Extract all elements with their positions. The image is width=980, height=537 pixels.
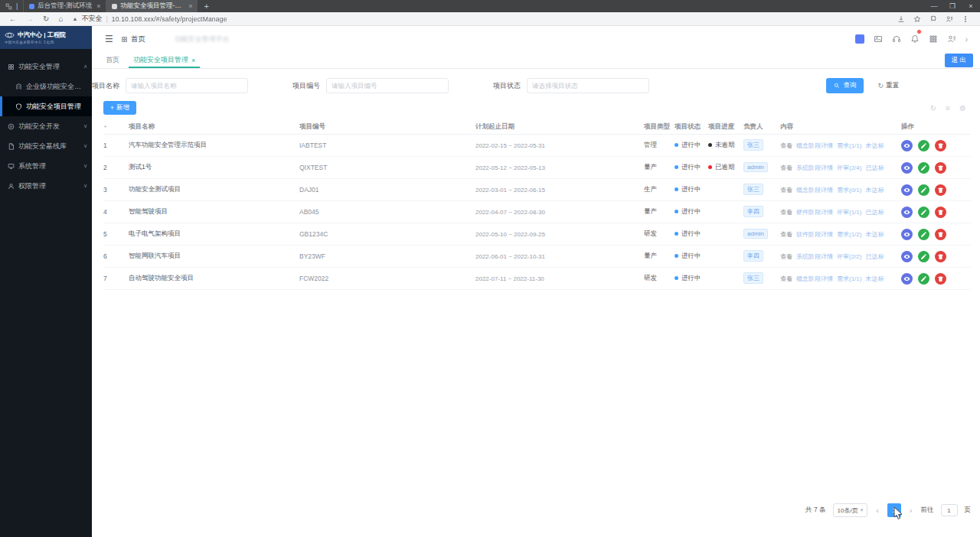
content-link[interactable]: 已达标: [865, 208, 884, 216]
new-tab-button[interactable]: +: [198, 2, 214, 11]
goto-page-input[interactable]: [941, 504, 958, 516]
tab-home[interactable]: 首页: [92, 55, 129, 65]
close-icon[interactable]: ×: [191, 57, 195, 64]
project-name: 智能网联汽车项目: [129, 252, 299, 261]
delete-button[interactable]: [935, 184, 946, 196]
sidebar-item-2[interactable]: 企业级功能安全管理: [0, 76, 92, 96]
avatar[interactable]: [855, 34, 864, 44]
next-page-button[interactable]: ›: [908, 506, 914, 515]
content-link[interactable]: 系统阶段详情: [796, 252, 833, 261]
view-button[interactable]: [901, 184, 913, 196]
edit-button[interactable]: [918, 207, 929, 218]
view-button[interactable]: [901, 140, 913, 151]
view-button[interactable]: [901, 273, 913, 285]
back-button[interactable]: ←: [9, 15, 17, 23]
prev-page-button[interactable]: ‹: [874, 506, 880, 515]
breadcrumb[interactable]: 首页: [121, 34, 145, 44]
content-link[interactable]: 评审(2/2): [837, 252, 861, 261]
edit-button[interactable]: [918, 273, 929, 285]
hamburger-icon[interactable]: ☰: [92, 34, 121, 44]
content-label: 查看: [780, 275, 792, 283]
content-link[interactable]: 评审(1/1): [837, 208, 861, 216]
content-link[interactable]: 评审(2/4): [837, 164, 861, 172]
sidebar-item-4[interactable]: 功能安全开发∨: [0, 116, 92, 136]
tab-group-icon[interactable]: |: [0, 2, 23, 10]
maximize-button[interactable]: ❐: [943, 0, 962, 12]
add-button[interactable]: + 新增: [103, 101, 136, 115]
content-link[interactable]: 未达标: [865, 142, 884, 150]
sidebar-item-6[interactable]: 系统管理∨: [0, 156, 92, 176]
browser-tab-1[interactable]: 后台管理-测试环境 ×: [23, 0, 106, 12]
search-button[interactable]: 查询: [826, 78, 864, 93]
filter-input[interactable]: [126, 78, 248, 93]
forward-button[interactable]: →: [26, 15, 34, 23]
view-button[interactable]: [901, 251, 913, 262]
content-link[interactable]: 需求(1/1): [837, 275, 861, 283]
tabs-icon: [5, 3, 12, 10]
edit-button[interactable]: [918, 184, 929, 196]
table-density-icon[interactable]: ≡: [946, 104, 950, 112]
close-tab-icon[interactable]: ×: [187, 2, 192, 10]
content-link[interactable]: 概念阶段详情: [796, 275, 833, 283]
filter-input[interactable]: [326, 78, 449, 93]
breadcrumb-home[interactable]: 首页: [131, 34, 145, 44]
content-link[interactable]: 需求(1/1): [837, 142, 861, 150]
table-tools: ↻ ≡ ⚙: [930, 104, 980, 112]
sidebar-item-3[interactable]: 功能安全项目管理: [0, 96, 92, 116]
content-link[interactable]: 系统阶段详情: [796, 164, 833, 172]
delete-button[interactable]: [935, 229, 946, 240]
sidebar-item-7[interactable]: 权限管理∨: [0, 176, 92, 196]
project-type: 量产: [644, 252, 675, 261]
close-tab-icon[interactable]: ×: [95, 2, 100, 10]
browser-toolbar-icons: [897, 15, 980, 23]
home-button[interactable]: ⌂: [58, 15, 63, 23]
filter-field-2: 项目编号: [292, 78, 449, 93]
delete-button[interactable]: [935, 162, 946, 174]
view-button[interactable]: [901, 207, 913, 218]
project-type: 研发: [644, 229, 675, 239]
table-refresh-icon[interactable]: ↻: [930, 104, 936, 112]
expand-all-icon[interactable]: +: [103, 123, 129, 130]
sidebar-item-5[interactable]: 功能安全基线库∨: [0, 136, 92, 156]
edit-button[interactable]: [918, 162, 929, 174]
project-status-select[interactable]: [527, 78, 649, 93]
edit-button[interactable]: [918, 140, 929, 151]
delete-button[interactable]: [935, 251, 946, 262]
address-bar[interactable]: ▲ 不安全 | 10.10.108.xxx/#/safety/projectMa…: [72, 14, 227, 24]
refresh-button[interactable]: ↻: [43, 15, 49, 23]
project-owner: 张三: [743, 272, 780, 285]
table-header-row: +项目名称项目编号计划起止日期项目类型项目状态项目进度负责人内容操作: [103, 119, 971, 135]
content-link[interactable]: 已达标: [865, 252, 884, 261]
content-link[interactable]: 未达标: [865, 230, 884, 239]
browser-tab-2[interactable]: 功能安全项目管理-汽车功能安全平台 ×: [106, 0, 198, 12]
notification-bell[interactable]: [910, 32, 920, 46]
chevron-right-icon[interactable]: ›: [965, 35, 968, 44]
delete-button[interactable]: [935, 207, 946, 218]
reset-button[interactable]: ↻ 重置: [873, 80, 903, 91]
minimize-button[interactable]: —: [925, 0, 943, 12]
table-settings-icon[interactable]: ⚙: [959, 104, 966, 112]
content-link[interactable]: 软件阶段详情: [796, 230, 833, 239]
close-window-button[interactable]: ×: [962, 0, 980, 12]
content-link[interactable]: 需求(0/1): [837, 186, 861, 194]
content-link[interactable]: 概念阶段详情: [796, 186, 833, 194]
content-link[interactable]: 未达标: [865, 275, 884, 283]
sidebar-item-1[interactable]: 功能安全管理∧: [0, 57, 92, 76]
content-link[interactable]: 需求(1/2): [837, 230, 861, 239]
delete-button[interactable]: [935, 273, 946, 285]
content-link[interactable]: 已达标: [865, 164, 884, 172]
project-dates: 2022-06-01 ~ 2022-10-31: [475, 253, 644, 260]
delete-button[interactable]: [935, 140, 946, 151]
logout-button[interactable]: 退 出: [945, 54, 973, 67]
owner-badge: 张三: [743, 139, 763, 151]
view-button[interactable]: [901, 162, 913, 174]
view-button[interactable]: [901, 229, 913, 240]
tab-active-project-manage[interactable]: 功能安全项目管理 ×: [129, 52, 200, 68]
page-size-select[interactable]: 10条/页 ▾: [833, 503, 868, 517]
content-link[interactable]: 概念阶段详情: [796, 142, 833, 150]
page-number-current[interactable]: 1: [887, 503, 901, 517]
content-link[interactable]: 硬件阶段详情: [796, 208, 833, 216]
content-link[interactable]: 未达标: [865, 186, 884, 194]
edit-button[interactable]: [918, 229, 929, 240]
edit-button[interactable]: [918, 251, 929, 262]
